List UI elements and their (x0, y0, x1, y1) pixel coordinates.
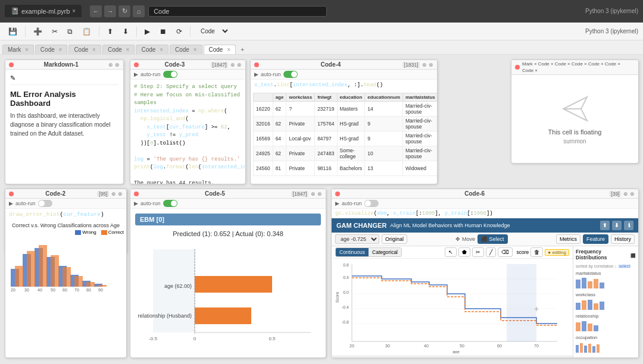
cell-type-select[interactable]: Code Markdown (195, 26, 230, 37)
code5-title: Code-5 (141, 190, 289, 197)
tab-code6[interactable]: Code × (204, 45, 236, 54)
continuous-btn[interactable]: Continuous (336, 248, 369, 256)
code6-toggle[interactable] (364, 200, 379, 207)
code4-close-dot[interactable] (254, 62, 259, 67)
move-down-btn[interactable]: ⬇ (119, 26, 132, 37)
redo-icon[interactable]: ↪ (554, 357, 559, 358)
svg-rect-13 (74, 276, 83, 287)
tab-code3[interactable]: Code × (102, 45, 135, 54)
cell-ms: Married-civ-spouse (403, 102, 438, 117)
code5-toggle[interactable] (163, 200, 177, 207)
code5-run-icon[interactable]: ▶ (134, 200, 138, 206)
restart-btn[interactable]: ⟳ (173, 26, 186, 37)
feature-tab[interactable]: Feature (583, 234, 608, 244)
float-tab-c5[interactable]: Code × (605, 61, 620, 67)
cell-close-dot[interactable] (9, 62, 14, 67)
float-tab-c6[interactable]: Code × (522, 68, 538, 73)
forward-btn[interactable]: → (104, 5, 116, 17)
back-btn[interactable]: ← (90, 5, 102, 17)
stop-btn[interactable]: ⏹ (156, 26, 170, 37)
history-tab[interactable]: History (611, 234, 635, 244)
code3-line6: log = 'The query has {} results.' (134, 156, 242, 164)
move-up-btn[interactable]: ⬆ (104, 26, 117, 37)
code3-comment2: # Here we focus on mis-classified sample… (134, 92, 242, 108)
cut-btn[interactable]: ✂ (48, 26, 61, 37)
metrics-tab[interactable]: Metrics (556, 234, 580, 244)
add-cell-btn[interactable]: ➕ (30, 26, 46, 37)
browser-tab[interactable]: 📓 example-ml.pyrb × (5, 5, 82, 17)
code3-output: The query has 44 results. (134, 180, 242, 184)
tab-code5[interactable]: Code × (170, 45, 202, 54)
gam-move-tool[interactable]: ↖ (445, 247, 457, 257)
code4-run-icon[interactable]: ▶ (254, 71, 258, 77)
code3-line1: intersected_index = np.where( (134, 108, 242, 116)
code2-toggle[interactable] (38, 200, 52, 207)
gam-lasso-tool[interactable]: ⬟ (458, 247, 470, 257)
code2-close-dot[interactable] (9, 192, 14, 196)
code5-close-dot[interactable] (134, 192, 139, 196)
save-btn[interactable]: 💾 (5, 26, 21, 37)
svg-text:80: 80 (86, 288, 91, 292)
categorical-btn[interactable]: Categorical (369, 248, 401, 256)
wrong-color (75, 230, 81, 235)
edit-icon[interactable]: ✎ (10, 74, 15, 82)
float-tab-mark[interactable]: Mark × (522, 61, 537, 67)
float-tab-c2[interactable]: Code × (555, 61, 570, 67)
download-icon[interactable]: ⬇ (612, 221, 622, 230)
tab-code1[interactable]: Code × (35, 45, 68, 54)
svg-text:0.4: 0.4 (343, 275, 349, 280)
gam-erase-tool[interactable]: ⌫ (498, 247, 513, 257)
code6-cell: Code-6 [39] ⊕ ⊗ ▶ auto-run gc.visualize(… (331, 189, 639, 358)
tab-add-icon[interactable]: + (237, 45, 248, 54)
paste-btn[interactable]: 📋 (79, 26, 95, 37)
freq-relationship[interactable]: relationship (576, 313, 636, 331)
upload-icon[interactable]: ⬆ (600, 221, 610, 230)
original-btn[interactable]: Original (382, 234, 407, 244)
code6-header: Code-6 [39] ⊕ ⊗ (332, 189, 638, 199)
code3-toggle[interactable] (163, 71, 177, 78)
code3-run-icon[interactable]: ▶ (134, 71, 138, 77)
code3-close-dot[interactable] (134, 62, 139, 67)
tab-close-icon[interactable]: × (72, 8, 76, 14)
freq-chart-occ (576, 341, 635, 353)
code2-run-icon[interactable]: ▶ (9, 200, 13, 206)
tab-mark[interactable]: Mark × (2, 45, 34, 54)
copy-btn[interactable]: ⧉ (64, 26, 76, 37)
correct-color (101, 230, 107, 235)
freq-toggle[interactable]: ⬛ (630, 253, 636, 258)
float-tab-c1[interactable]: Code × (538, 61, 554, 67)
info-icon[interactable]: ℹ (624, 221, 633, 230)
freq-education[interactable]: education (576, 356, 636, 358)
freq-workclass[interactable]: workclass (576, 292, 636, 310)
gam-main-chart[interactable]: 0.8 0.4 0.0 -0.4 -0.8 (332, 259, 573, 356)
markdown1-cell: Markdown-1 ⊕ ⊗ ✎ ML Error Analysis Dashb… (5, 59, 124, 184)
code2-autorun: ▶ auto-run (5, 199, 126, 209)
select-btn[interactable]: ⬛ Select (477, 234, 508, 244)
undo-icon[interactable]: ↩ (547, 357, 552, 358)
gam-line-tool[interactable]: ╱ (486, 247, 496, 257)
gam-delete-btn[interactable]: 🗑 (530, 247, 543, 257)
code6-run-icon[interactable]: ▶ (335, 200, 339, 206)
export-icon[interactable]: 📤 (561, 357, 568, 358)
freq-maritalstatus[interactable]: maritalstatus (576, 271, 636, 288)
float-tab-c3[interactable]: Code × (572, 61, 587, 67)
tab-code2[interactable]: Code × (68, 45, 101, 54)
float-tab-c4[interactable]: Code × (588, 61, 604, 67)
age-select[interactable]: age -0.725 (335, 234, 379, 244)
code4-toggle[interactable] (283, 71, 298, 78)
run-btn[interactable]: ▶ (141, 26, 154, 37)
address-bar[interactable] (148, 6, 327, 17)
floating-close-dot[interactable] (515, 65, 520, 70)
paper-airplane-icon (560, 94, 590, 124)
cell-wc: ? (286, 102, 315, 117)
gam-cut-tool[interactable]: ✂ (472, 247, 484, 257)
code5-header: Code-5 [1847] ⊕ ⊗ (130, 189, 326, 199)
code6-close-dot[interactable] (335, 192, 340, 196)
toolbar-sep4 (190, 26, 191, 37)
tab-code4[interactable]: Code × (136, 45, 168, 54)
markdown1-header: Markdown-1 ⊕ ⊗ (5, 60, 123, 70)
home-btn[interactable]: ⌂ (133, 5, 145, 17)
freq-occupation[interactable]: occupation (576, 335, 636, 353)
refresh-btn[interactable]: ↻ (118, 5, 130, 17)
tab-title: example-ml.pyrb (21, 8, 70, 15)
